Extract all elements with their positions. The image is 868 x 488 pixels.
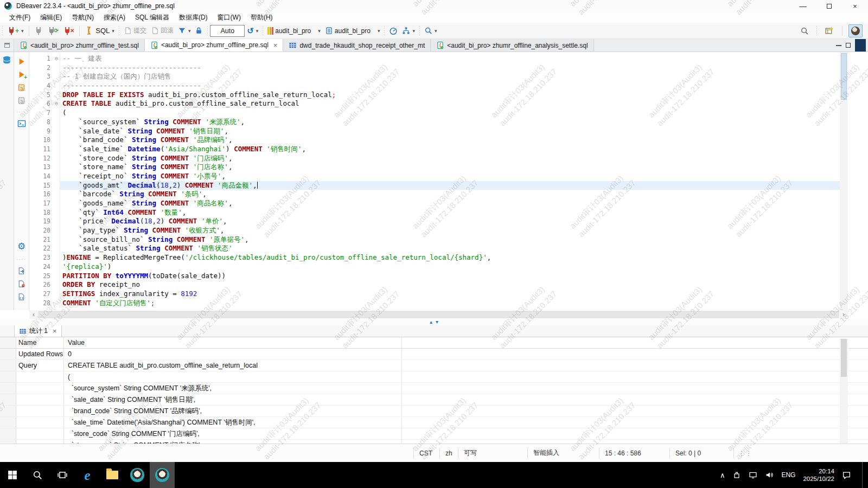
taskbar-search-icon[interactable]: [25, 462, 50, 488]
restore-view-icon[interactable]: [0, 39, 14, 52]
table-row[interactable]: QueryCREATE TABLE audit_bi_pro.custom_of…: [0, 360, 868, 371]
editor-horizontal-scrollbar[interactable]: ‹ ›: [29, 310, 848, 319]
column-header-value[interactable]: Value: [64, 337, 868, 348]
disconnect-button[interactable]: ✕: [61, 24, 76, 37]
editor-line[interactable]: 8 `source_system` String COMMENT '来源系统',: [29, 118, 840, 127]
sash-collapse-icon[interactable]: ▴: [430, 319, 432, 325]
terminal-icon[interactable]: [17, 119, 26, 128]
status-writable[interactable]: 可写: [458, 448, 527, 459]
menu-item[interactable]: SQL 编辑器: [130, 13, 174, 22]
menu-item[interactable]: 窗口(W): [213, 13, 246, 22]
db-search-button[interactable]: ▾: [422, 24, 439, 37]
menu-item[interactable]: 编辑(E): [35, 13, 67, 22]
perspective-icon[interactable]: [822, 24, 836, 37]
maximize-button[interactable]: [816, 0, 842, 12]
editor-line[interactable]: 4----------------------------------: [29, 81, 840, 91]
editor-line[interactable]: 24'{replica}'): [29, 262, 840, 272]
menu-item[interactable]: 帮助(H): [246, 13, 278, 22]
tray-chevron-up-icon[interactable]: ∧: [720, 471, 725, 479]
file-explorer-icon[interactable]: [100, 462, 125, 488]
table-row[interactable]: `source_system` String COMMENT '来源系统',: [0, 383, 868, 394]
chevron-down-icon[interactable]: ▾: [188, 28, 191, 34]
tab-zhumr-offline-test[interactable]: <audit_bi_pro> zhumr_offline_test.sql: [14, 39, 145, 52]
editor-line[interactable]: 28COMMENT '自定义门店销售';: [29, 299, 840, 308]
action-center-icon[interactable]: [842, 471, 851, 480]
editor-line[interactable]: 11 `sale_time` Datetime('Asia/Shanghai')…: [29, 145, 840, 154]
lock-icon[interactable]: [193, 24, 205, 37]
menu-item[interactable]: 导航(N): [67, 13, 99, 22]
editor-line[interactable]: 9 `sale_date` String COMMENT '销售日期',: [29, 127, 840, 136]
explain-plan-icon[interactable]: [17, 97, 25, 105]
editor-line[interactable]: 15 `goods_amt` Decimal(18,2) COMMENT '商品…: [29, 181, 840, 190]
menu-item[interactable]: 数据库(D): [174, 13, 213, 22]
er-diagram-button[interactable]: ▾: [400, 24, 417, 37]
editor-line[interactable]: 25PARTITION BY toYYYYMM(toDate(sale_date…: [29, 272, 840, 281]
editor-line[interactable]: 13 `store_name` String COMMENT '门店名称',: [29, 163, 840, 172]
editor-line[interactable]: 10 `brand_code` String COMMENT '品牌编码',: [29, 136, 840, 145]
rollback-button[interactable]: 回滚: [149, 24, 176, 37]
user-profile-button[interactable]: [848, 24, 863, 37]
chevron-down-icon[interactable]: ▾: [435, 28, 437, 34]
reconnect-button[interactable]: ⟳: [45, 24, 61, 37]
status-language[interactable]: zh: [439, 448, 458, 459]
editor-line[interactable]: 22 `sale_status` String COMMENT '销售状态': [29, 244, 840, 253]
close-button[interactable]: ×: [842, 0, 868, 12]
new-connection-button[interactable]: + ▾: [5, 24, 26, 37]
editor-line[interactable]: 14 `receipt_no` String COMMENT '小票号',: [29, 172, 840, 181]
table-row[interactable]: `store_name` String COMMENT '门店名称',: [0, 440, 868, 444]
editor-line[interactable]: 26ORDER BY receipt_no: [29, 280, 840, 290]
fold-marker-icon[interactable]: ⊖: [53, 54, 60, 63]
editor-line[interactable]: 17 `goods_name` String COMMENT '商品名称',: [29, 199, 840, 208]
tab-close-icon[interactable]: ×: [53, 327, 57, 335]
editor-line[interactable]: 3-- 1 创建自定义（国内）门店销售: [29, 72, 840, 81]
usb-tray-icon[interactable]: [732, 471, 741, 479]
minimize-button[interactable]: —: [790, 0, 816, 12]
database-navigator-icon[interactable]: [2, 55, 11, 65]
commit-button[interactable]: 提交: [122, 24, 149, 37]
editor-line[interactable]: 2----------------------------------: [29, 63, 840, 73]
results-vertical-scrollbar[interactable]: [840, 338, 848, 444]
editor-lines[interactable]: 1⊖-- 一、建表2------------------------------…: [29, 54, 840, 310]
editor-vertical-scrollbar[interactable]: [840, 52, 848, 310]
taskbar-clock[interactable]: 20:14 2025/10/22: [803, 467, 834, 483]
transaction-filter-button[interactable]: ▾: [176, 24, 193, 37]
execute-new-tab-icon[interactable]: +: [17, 70, 25, 79]
editor-line[interactable]: 12 `store_code` String COMMENT '门店编码',: [29, 154, 840, 163]
status-timezone[interactable]: CST: [413, 448, 439, 459]
transaction-log-button[interactable]: ↺ ▾: [245, 24, 260, 37]
commit-mode-button[interactable]: Auto: [210, 25, 245, 37]
dbeaver-taskbar-icon-active[interactable]: [150, 462, 175, 488]
editor-line[interactable]: 21 `source_bill_no` String COMMENT '原单据号…: [29, 235, 840, 245]
dashboard-button[interactable]: [387, 24, 400, 37]
editor-line[interactable]: 1⊖-- 一、建表: [29, 54, 840, 63]
task-view-icon[interactable]: [50, 462, 75, 488]
tab-zhumr-offline-analysis[interactable]: <audit_bi_pro> zhumr_offline_analysis_se…: [431, 39, 593, 52]
menu-item[interactable]: 文件(F): [4, 13, 35, 22]
tab-statistics[interactable]: 统计 1 ×: [14, 325, 62, 337]
table-row[interactable]: Updated Rows0: [0, 349, 868, 360]
table-row[interactable]: `brand_code` String COMMENT '品牌编码',: [0, 406, 868, 417]
volume-tray-icon[interactable]: [765, 471, 774, 479]
dbeaver-taskbar-icon[interactable]: [125, 462, 150, 488]
editor-line[interactable]: 16 `barcode` String COMMENT '条码',: [29, 190, 840, 199]
table-row[interactable]: `sale_time` Datetime('Asia/Shanghai') CO…: [0, 417, 868, 428]
editor-results-sash[interactable]: ▴ ▾: [0, 319, 868, 325]
editor-line[interactable]: 20 `pay_type` String COMMENT '收银方式',: [29, 226, 840, 235]
search-icon[interactable]: [798, 24, 811, 37]
minimize-panel-icon[interactable]: [836, 45, 841, 46]
save-to-file-icon[interactable]: [17, 280, 25, 288]
export-result-icon[interactable]: [17, 267, 25, 275]
schema-selector[interactable]: audit_bi_pro ▾: [323, 24, 382, 37]
table-row[interactable]: `store_code` String COMMENT '门店编码',: [0, 428, 868, 440]
status-drag-handle[interactable]: ⋮⋮: [733, 448, 757, 459]
status-insert-mode[interactable]: 智能插入: [527, 448, 599, 459]
editor-line[interactable]: 27SETTINGS index_granularity = 8192: [29, 290, 840, 299]
sash-expand-icon[interactable]: ▾: [436, 319, 438, 325]
scroll-left-icon[interactable]: ‹: [29, 311, 38, 318]
connection-selector[interactable]: audit_bi_pro ▾: [265, 24, 323, 37]
editor-line[interactable]: 23)ENGINE = ReplicatedMergeTree('/clickh…: [29, 253, 840, 262]
status-selection[interactable]: Sel: 0 | 0: [669, 448, 733, 459]
script-source-icon[interactable]: [17, 293, 25, 301]
input-language-indicator[interactable]: ENG: [781, 471, 795, 479]
show-desktop-button[interactable]: [862, 462, 863, 488]
